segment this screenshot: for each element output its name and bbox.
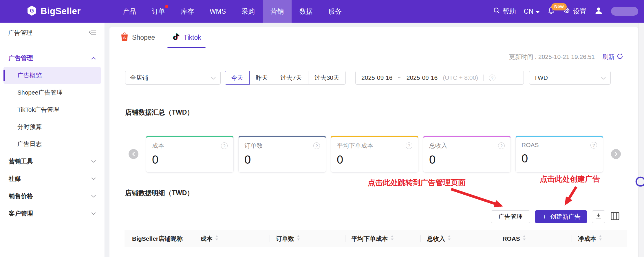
sidebar-group-social-media[interactable]: 社媒 xyxy=(0,170,105,187)
sidebar-group-customer-management[interactable]: 客户管理 xyxy=(0,205,105,222)
main-menu: 产品 订单 库存 WMS 采购 营销 数据 服务 xyxy=(115,0,350,23)
preset-today[interactable]: 今天 xyxy=(225,71,250,85)
tiktok-icon xyxy=(172,32,180,43)
help-button[interactable]: 帮助 xyxy=(493,7,516,16)
page-scrollbar[interactable] xyxy=(638,23,644,257)
preset-last-30-days[interactable]: 过去30天 xyxy=(308,71,346,85)
chevron-down-icon xyxy=(91,193,96,199)
nav-item-purchase[interactable]: 采购 xyxy=(234,0,263,23)
create-new-ad-button[interactable]: ＋ 创建新广告 xyxy=(535,210,587,223)
account-avatar[interactable] xyxy=(594,6,603,17)
date-from-value[interactable]: 2025-09-16 xyxy=(361,74,392,81)
tab-tiktok[interactable]: Tiktok xyxy=(167,27,206,48)
sort-icon[interactable] xyxy=(297,235,300,242)
column-orders[interactable]: 订单数 xyxy=(270,230,345,247)
card-value: 0 xyxy=(152,153,228,166)
chevron-down-icon xyxy=(601,74,606,81)
sidebar-group-ad-management[interactable]: 广告管理 xyxy=(0,49,105,67)
column-net-cost[interactable]: 净成本 xyxy=(572,230,627,247)
nav-item-inventory[interactable]: 库存 xyxy=(173,0,202,23)
detail-title: 店铺数据明细（TWD） xyxy=(125,189,193,198)
floating-search-icon[interactable] xyxy=(634,175,644,193)
refresh-button[interactable]: 刷新 xyxy=(602,53,623,61)
column-avg-order-cost[interactable]: 平均下单成本 xyxy=(345,230,421,247)
main-area: S Shopee Tiktok 更新时间 xyxy=(105,23,644,257)
sort-icon[interactable] xyxy=(390,235,394,242)
sidebar-group-sales-price[interactable]: 销售价格 xyxy=(0,187,105,205)
shop-select[interactable]: 全店铺 xyxy=(125,71,221,85)
summary-card-roas: ROAS 0 xyxy=(515,136,603,173)
column-total-revenue[interactable]: 总收入 xyxy=(420,230,496,247)
preset-last-7-days[interactable]: 过去7天 xyxy=(274,71,308,85)
new-badge: New xyxy=(551,3,567,10)
ad-management-button[interactable]: 广告管理 xyxy=(491,210,530,223)
user-icon xyxy=(594,6,603,17)
currency-select[interactable]: TWD xyxy=(529,71,611,85)
search-icon xyxy=(493,7,500,16)
brand-name: BigSeller xyxy=(41,6,81,17)
summary-card-total-revenue: 总收入 0 xyxy=(423,136,511,173)
date-range-picker[interactable]: 2025-09-16 ~ 2025-09-16 (UTC + 8:00) xyxy=(355,71,524,85)
sidebar-header: 广告管理 xyxy=(0,23,105,43)
sidebar-item-tiktok-ads[interactable]: TikTok广告管理 xyxy=(0,101,105,118)
notifications-button[interactable]: New xyxy=(547,0,555,23)
sidebar-item-hourly-budget[interactable]: 分时预算 xyxy=(0,118,105,135)
annotation-create-ad: 点击此处创建广告 xyxy=(540,174,600,184)
download-icon xyxy=(595,213,602,220)
column-shop-nickname: BigSeller店铺昵称 xyxy=(125,230,194,247)
nav-item-marketing[interactable]: 营销 xyxy=(263,0,292,23)
summary-card-avg-order-cost: 平均下单成本 0 xyxy=(331,136,418,173)
language-selector[interactable]: CN xyxy=(524,8,539,15)
plus-icon: ＋ xyxy=(541,213,548,221)
card-value: 0 xyxy=(522,152,597,165)
sidebar-item-ad-overview[interactable]: 广告概览 xyxy=(3,67,101,84)
chevron-down-icon xyxy=(91,176,96,181)
settings-label: 设置 xyxy=(573,7,586,16)
chevron-down-icon xyxy=(91,159,96,164)
column-settings-button[interactable] xyxy=(610,210,620,223)
carousel-left-button[interactable] xyxy=(129,149,138,159)
sidebar-item-shopee-ads[interactable]: Shopee广告管理 xyxy=(0,84,105,101)
svg-text:G: G xyxy=(30,8,34,14)
nav-item-data[interactable]: 数据 xyxy=(292,0,321,23)
summary-title: 店铺数据汇总（TWD） xyxy=(125,108,193,117)
nav-item-services[interactable]: 服务 xyxy=(321,0,350,23)
nav-item-orders[interactable]: 订单 xyxy=(144,0,173,23)
update-meta: 更新时间 : 2025-10-21 19:26:51 刷新 xyxy=(509,53,623,61)
bigseller-logo[interactable]: G BigSeller xyxy=(27,5,81,17)
carousel-right-button[interactable] xyxy=(611,149,621,159)
sidebar-group-marketing-tools[interactable]: 营销工具 xyxy=(0,153,105,170)
sort-icon[interactable] xyxy=(522,235,526,242)
help-icon[interactable] xyxy=(498,142,505,149)
bigseller-logo-icon: G xyxy=(27,5,37,17)
date-to-value[interactable]: 2025-09-16 xyxy=(407,74,438,81)
nav-item-products[interactable]: 产品 xyxy=(115,0,144,23)
sort-icon[interactable] xyxy=(447,235,451,242)
help-icon[interactable] xyxy=(313,142,320,149)
language-label: CN xyxy=(524,8,533,15)
collapse-sidebar-icon[interactable] xyxy=(89,29,96,37)
summary-card-orders: 订单数 0 xyxy=(238,136,326,173)
export-download-button[interactable] xyxy=(592,210,605,223)
help-icon[interactable] xyxy=(221,142,228,149)
account-name-redacted[interactable] xyxy=(611,7,638,16)
sort-icon[interactable] xyxy=(215,235,219,242)
preset-yesterday[interactable]: 昨天 xyxy=(249,71,274,85)
columns-icon xyxy=(611,212,619,221)
sidebar-item-ad-logs[interactable]: 广告日志 xyxy=(0,135,105,152)
chevron-up-icon xyxy=(91,55,96,61)
help-icon[interactable] xyxy=(406,142,412,149)
help-icon[interactable] xyxy=(590,142,597,149)
column-roas[interactable]: ROAS xyxy=(496,230,572,247)
card-value: 0 xyxy=(244,153,320,166)
tab-shopee[interactable]: S Shopee xyxy=(116,27,159,48)
summary-cards: 成本 0 订单数 0 平均下单成本 0 总收入 0 ROAS 0 xyxy=(146,136,603,173)
nav-item-wms[interactable]: WMS xyxy=(202,0,234,23)
timezone-label: (UTC + 8:00) xyxy=(443,74,478,81)
filter-bar: 全店铺 今天 昨天 过去7天 过去30天 2025-09-16 ~ 2025-0… xyxy=(125,71,611,85)
sort-icon[interactable] xyxy=(599,235,602,242)
column-cost[interactable]: 成本 xyxy=(194,230,270,247)
sidebar-title: 广告管理 xyxy=(8,29,32,37)
caret-down-icon xyxy=(536,8,539,15)
timezone-help-icon[interactable] xyxy=(489,75,495,81)
